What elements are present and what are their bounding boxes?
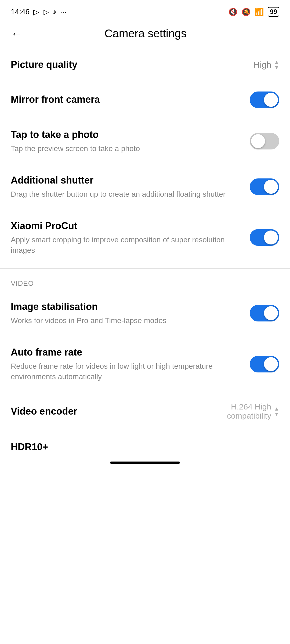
setting-label-tap-to-take-photo: Tap to take a photo: [11, 129, 242, 141]
setting-sublabel-additional-shutter: Drag the shutter button up to create an …: [11, 189, 242, 199]
toggle-knob-additional-shutter: [264, 180, 278, 194]
toggle-additional-shutter[interactable]: [250, 178, 279, 195]
setting-item-auto-frame-rate[interactable]: Auto frame rate Reduce frame rate for vi…: [11, 336, 279, 392]
video-section-header: VIDEO: [0, 269, 290, 290]
setting-item-picture-quality[interactable]: Picture quality High ▲ ▼: [11, 48, 279, 81]
bottom-home-bar: [110, 462, 180, 464]
status-time: 14:46: [11, 8, 30, 16]
back-button[interactable]: ←: [11, 27, 28, 40]
top-nav: ← Camera settings: [0, 21, 290, 48]
play-icon-2: ▷: [43, 8, 49, 16]
play-icon-1: ▷: [33, 8, 39, 16]
setting-label-video-encoder: Video encoder: [11, 405, 196, 418]
setting-item-mirror-front-camera[interactable]: Mirror front camera: [11, 81, 279, 118]
setting-label-auto-frame-rate: Auto frame rate: [11, 346, 242, 359]
toggle-mirror-front-camera[interactable]: [250, 92, 279, 108]
setting-label-image-stabilisation: Image stabilisation: [11, 301, 242, 313]
setting-item-tap-to-take-photo[interactable]: Tap to take a photo Tap the preview scre…: [11, 118, 279, 164]
picture-quality-value: High: [253, 60, 271, 70]
video-encoder-dropdown[interactable]: H.264 High compatibility ▲ ▼: [204, 402, 279, 420]
toggle-knob-image-stabilisation: [264, 306, 278, 320]
setting-item-hdr10plus[interactable]: HDR10+: [11, 431, 279, 456]
music-icon: ♪: [53, 8, 56, 16]
setting-label-hdr10plus: HDR10+: [11, 441, 271, 453]
setting-label-xiaomi-procut: Xiaomi ProCut: [11, 220, 242, 232]
toggle-knob-xiaomi-procut: [264, 230, 278, 244]
status-right: 🔇 🔕 📶 99: [228, 7, 279, 17]
setting-sublabel-auto-frame-rate: Reduce frame rate for videos in low ligh…: [11, 361, 242, 382]
mute-icon: 🔇: [228, 8, 238, 16]
video-encoder-value: H.264 High compatibility: [204, 402, 271, 420]
more-icon: ···: [60, 8, 66, 16]
setting-label-mirror-front-camera: Mirror front camera: [11, 93, 242, 106]
status-left: 14:46 ▷ ▷ ♪ ···: [11, 8, 66, 16]
video-settings-list: Image stabilisation Works for videos in …: [0, 290, 290, 456]
dropdown-arrows-video-encoder: ▲ ▼: [274, 406, 279, 417]
setting-item-video-encoder[interactable]: Video encoder H.264 High compatibility ▲…: [11, 392, 279, 431]
picture-quality-dropdown[interactable]: High ▲ ▼: [253, 59, 279, 70]
setting-label-picture-quality: Picture quality: [11, 58, 245, 71]
setting-sublabel-xiaomi-procut: Apply smart cropping to improve composit…: [11, 235, 242, 255]
toggle-knob-mirror-front-camera: [264, 93, 278, 107]
toggle-knob-auto-frame-rate: [264, 357, 278, 371]
setting-item-additional-shutter[interactable]: Additional shutter Drag the shutter butt…: [11, 164, 279, 210]
toggle-tap-to-take-photo[interactable]: [250, 133, 279, 149]
battery-icon: 99: [268, 7, 279, 17]
silent-icon: 🔕: [241, 8, 251, 16]
setting-sublabel-image-stabilisation: Works for videos in Pro and Time-lapse m…: [11, 315, 242, 326]
page-title: Camera settings: [28, 27, 263, 40]
wifi-icon: 📶: [255, 8, 264, 16]
setting-sublabel-tap-to-take-photo: Tap the preview screen to take a photo: [11, 143, 242, 154]
toggle-image-stabilisation[interactable]: [250, 305, 279, 321]
toggle-knob-tap-to-take-photo: [251, 134, 265, 148]
settings-list: Picture quality High ▲ ▼ Mirror front ca…: [0, 48, 290, 266]
dropdown-arrows-picture-quality: ▲ ▼: [274, 59, 279, 70]
toggle-auto-frame-rate[interactable]: [250, 356, 279, 372]
setting-item-xiaomi-procut[interactable]: Xiaomi ProCut Apply smart cropping to im…: [11, 210, 279, 266]
setting-item-image-stabilisation[interactable]: Image stabilisation Works for videos in …: [11, 290, 279, 336]
setting-label-additional-shutter: Additional shutter: [11, 174, 242, 187]
status-bar: 14:46 ▷ ▷ ♪ ··· 🔇 🔕 📶 99: [0, 0, 290, 21]
toggle-xiaomi-procut[interactable]: [250, 229, 279, 246]
